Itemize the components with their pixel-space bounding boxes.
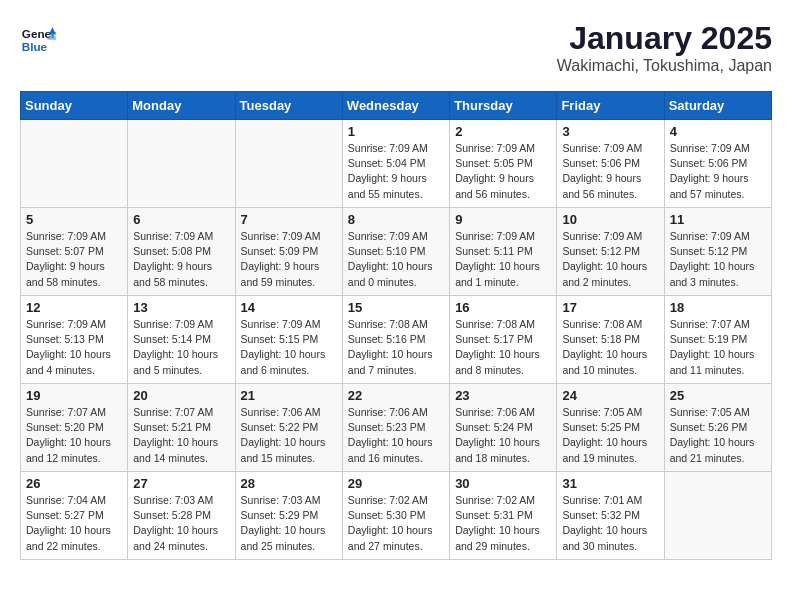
calendar-cell: 12Sunrise: 7:09 AM Sunset: 5:13 PM Dayli… (21, 296, 128, 384)
day-number: 14 (241, 300, 337, 315)
calendar-week-row: 12Sunrise: 7:09 AM Sunset: 5:13 PM Dayli… (21, 296, 772, 384)
calendar-cell: 19Sunrise: 7:07 AM Sunset: 5:20 PM Dayli… (21, 384, 128, 472)
day-info: Sunrise: 7:05 AM Sunset: 5:25 PM Dayligh… (562, 405, 658, 466)
day-number: 12 (26, 300, 122, 315)
calendar-cell (664, 472, 771, 560)
calendar-cell: 15Sunrise: 7:08 AM Sunset: 5:16 PM Dayli… (342, 296, 449, 384)
calendar-cell: 6Sunrise: 7:09 AM Sunset: 5:08 PM Daylig… (128, 208, 235, 296)
day-info: Sunrise: 7:08 AM Sunset: 5:16 PM Dayligh… (348, 317, 444, 378)
calendar-cell: 10Sunrise: 7:09 AM Sunset: 5:12 PM Dayli… (557, 208, 664, 296)
day-info: Sunrise: 7:08 AM Sunset: 5:18 PM Dayligh… (562, 317, 658, 378)
calendar-cell: 13Sunrise: 7:09 AM Sunset: 5:14 PM Dayli… (128, 296, 235, 384)
calendar-cell: 2Sunrise: 7:09 AM Sunset: 5:05 PM Daylig… (450, 120, 557, 208)
day-number: 30 (455, 476, 551, 491)
calendar-cell: 30Sunrise: 7:02 AM Sunset: 5:31 PM Dayli… (450, 472, 557, 560)
weekday-header-thursday: Thursday (450, 92, 557, 120)
day-number: 3 (562, 124, 658, 139)
day-number: 6 (133, 212, 229, 227)
month-title: January 2025 (557, 20, 772, 57)
day-number: 24 (562, 388, 658, 403)
day-info: Sunrise: 7:07 AM Sunset: 5:20 PM Dayligh… (26, 405, 122, 466)
calendar-week-row: 1Sunrise: 7:09 AM Sunset: 5:04 PM Daylig… (21, 120, 772, 208)
svg-text:Blue: Blue (22, 40, 48, 53)
calendar-cell: 20Sunrise: 7:07 AM Sunset: 5:21 PM Dayli… (128, 384, 235, 472)
day-number: 27 (133, 476, 229, 491)
day-info: Sunrise: 7:07 AM Sunset: 5:21 PM Dayligh… (133, 405, 229, 466)
day-number: 23 (455, 388, 551, 403)
day-number: 25 (670, 388, 766, 403)
calendar-cell: 24Sunrise: 7:05 AM Sunset: 5:25 PM Dayli… (557, 384, 664, 472)
calendar-cell: 25Sunrise: 7:05 AM Sunset: 5:26 PM Dayli… (664, 384, 771, 472)
calendar-week-row: 26Sunrise: 7:04 AM Sunset: 5:27 PM Dayli… (21, 472, 772, 560)
day-info: Sunrise: 7:09 AM Sunset: 5:11 PM Dayligh… (455, 229, 551, 290)
calendar-cell: 14Sunrise: 7:09 AM Sunset: 5:15 PM Dayli… (235, 296, 342, 384)
weekday-header-saturday: Saturday (664, 92, 771, 120)
calendar-cell: 31Sunrise: 7:01 AM Sunset: 5:32 PM Dayli… (557, 472, 664, 560)
calendar-cell (21, 120, 128, 208)
calendar-cell (235, 120, 342, 208)
day-info: Sunrise: 7:06 AM Sunset: 5:24 PM Dayligh… (455, 405, 551, 466)
generalblue-logo-icon: General Blue (20, 20, 56, 56)
day-info: Sunrise: 7:02 AM Sunset: 5:31 PM Dayligh… (455, 493, 551, 554)
day-number: 5 (26, 212, 122, 227)
day-number: 29 (348, 476, 444, 491)
calendar-cell: 4Sunrise: 7:09 AM Sunset: 5:06 PM Daylig… (664, 120, 771, 208)
day-number: 16 (455, 300, 551, 315)
weekday-header-friday: Friday (557, 92, 664, 120)
day-info: Sunrise: 7:09 AM Sunset: 5:12 PM Dayligh… (562, 229, 658, 290)
day-number: 7 (241, 212, 337, 227)
day-number: 19 (26, 388, 122, 403)
day-info: Sunrise: 7:06 AM Sunset: 5:23 PM Dayligh… (348, 405, 444, 466)
calendar-cell: 11Sunrise: 7:09 AM Sunset: 5:12 PM Dayli… (664, 208, 771, 296)
logo: General Blue (20, 20, 56, 56)
day-info: Sunrise: 7:09 AM Sunset: 5:07 PM Dayligh… (26, 229, 122, 290)
day-number: 11 (670, 212, 766, 227)
weekday-header-monday: Monday (128, 92, 235, 120)
day-number: 20 (133, 388, 229, 403)
day-info: Sunrise: 7:03 AM Sunset: 5:28 PM Dayligh… (133, 493, 229, 554)
calendar-cell: 3Sunrise: 7:09 AM Sunset: 5:06 PM Daylig… (557, 120, 664, 208)
calendar-cell: 21Sunrise: 7:06 AM Sunset: 5:22 PM Dayli… (235, 384, 342, 472)
day-number: 15 (348, 300, 444, 315)
calendar-cell: 7Sunrise: 7:09 AM Sunset: 5:09 PM Daylig… (235, 208, 342, 296)
calendar-cell: 27Sunrise: 7:03 AM Sunset: 5:28 PM Dayli… (128, 472, 235, 560)
calendar-cell: 22Sunrise: 7:06 AM Sunset: 5:23 PM Dayli… (342, 384, 449, 472)
day-info: Sunrise: 7:09 AM Sunset: 5:06 PM Dayligh… (562, 141, 658, 202)
day-info: Sunrise: 7:03 AM Sunset: 5:29 PM Dayligh… (241, 493, 337, 554)
day-number: 1 (348, 124, 444, 139)
calendar-table: SundayMondayTuesdayWednesdayThursdayFrid… (20, 91, 772, 560)
calendar-week-row: 19Sunrise: 7:07 AM Sunset: 5:20 PM Dayli… (21, 384, 772, 472)
day-info: Sunrise: 7:09 AM Sunset: 5:09 PM Dayligh… (241, 229, 337, 290)
day-number: 31 (562, 476, 658, 491)
day-number: 8 (348, 212, 444, 227)
day-info: Sunrise: 7:02 AM Sunset: 5:30 PM Dayligh… (348, 493, 444, 554)
day-info: Sunrise: 7:01 AM Sunset: 5:32 PM Dayligh… (562, 493, 658, 554)
calendar-cell: 18Sunrise: 7:07 AM Sunset: 5:19 PM Dayli… (664, 296, 771, 384)
day-info: Sunrise: 7:09 AM Sunset: 5:10 PM Dayligh… (348, 229, 444, 290)
location-label: Wakimachi, Tokushima, Japan (557, 57, 772, 75)
day-info: Sunrise: 7:05 AM Sunset: 5:26 PM Dayligh… (670, 405, 766, 466)
calendar-cell: 17Sunrise: 7:08 AM Sunset: 5:18 PM Dayli… (557, 296, 664, 384)
day-info: Sunrise: 7:07 AM Sunset: 5:19 PM Dayligh… (670, 317, 766, 378)
calendar-cell: 9Sunrise: 7:09 AM Sunset: 5:11 PM Daylig… (450, 208, 557, 296)
day-info: Sunrise: 7:08 AM Sunset: 5:17 PM Dayligh… (455, 317, 551, 378)
day-number: 26 (26, 476, 122, 491)
calendar-cell: 1Sunrise: 7:09 AM Sunset: 5:04 PM Daylig… (342, 120, 449, 208)
day-info: Sunrise: 7:09 AM Sunset: 5:12 PM Dayligh… (670, 229, 766, 290)
calendar-week-row: 5Sunrise: 7:09 AM Sunset: 5:07 PM Daylig… (21, 208, 772, 296)
day-number: 13 (133, 300, 229, 315)
weekday-header-row: SundayMondayTuesdayWednesdayThursdayFrid… (21, 92, 772, 120)
day-number: 21 (241, 388, 337, 403)
calendar-cell: 26Sunrise: 7:04 AM Sunset: 5:27 PM Dayli… (21, 472, 128, 560)
day-info: Sunrise: 7:09 AM Sunset: 5:15 PM Dayligh… (241, 317, 337, 378)
calendar-cell: 16Sunrise: 7:08 AM Sunset: 5:17 PM Dayli… (450, 296, 557, 384)
day-info: Sunrise: 7:04 AM Sunset: 5:27 PM Dayligh… (26, 493, 122, 554)
day-number: 18 (670, 300, 766, 315)
day-number: 9 (455, 212, 551, 227)
calendar-cell: 8Sunrise: 7:09 AM Sunset: 5:10 PM Daylig… (342, 208, 449, 296)
weekday-header-wednesday: Wednesday (342, 92, 449, 120)
page-header: General Blue January 2025 Wakimachi, Tok… (20, 20, 772, 75)
calendar-cell: 28Sunrise: 7:03 AM Sunset: 5:29 PM Dayli… (235, 472, 342, 560)
day-number: 2 (455, 124, 551, 139)
day-info: Sunrise: 7:09 AM Sunset: 5:06 PM Dayligh… (670, 141, 766, 202)
